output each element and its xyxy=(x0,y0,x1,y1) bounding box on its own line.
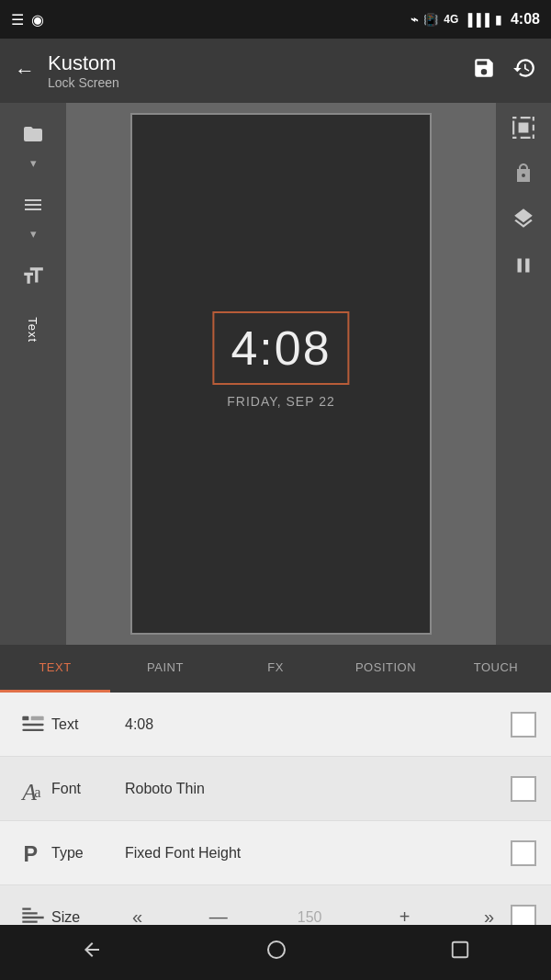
stack-layers-button[interactable] xyxy=(512,207,535,236)
svg-text:a: a xyxy=(34,783,41,801)
left-toolbar: ▾ ▾ Text xyxy=(0,103,66,645)
tab-position[interactable]: POSITION xyxy=(331,645,441,693)
tab-fx[interactable]: FX xyxy=(220,645,331,693)
screenshot-button[interactable] xyxy=(512,116,535,145)
font-property-row: Aa Font Roboto Thin xyxy=(0,757,551,821)
app-title-group: Kustom Lock Screen xyxy=(48,51,119,90)
top-bar-right xyxy=(472,56,536,85)
status-bar: ☰ ◉ ⌁ 📳 4G ▐▐▐ ▮ 4:08 xyxy=(0,0,551,39)
bottom-nav xyxy=(0,925,551,980)
svg-rect-1 xyxy=(31,715,44,720)
svg-rect-0 xyxy=(22,715,28,720)
tab-touch[interactable]: TOUCH xyxy=(441,645,551,693)
clock-time: 4:08 xyxy=(511,11,540,28)
folder-button[interactable] xyxy=(11,116,55,152)
font-value[interactable]: Roboto Thin xyxy=(125,781,511,797)
font-checkbox[interactable] xyxy=(511,776,536,802)
pause-button[interactable] xyxy=(512,253,535,284)
svg-text:P: P xyxy=(24,842,39,866)
nav-recents-button[interactable] xyxy=(450,940,470,965)
phone-mockup: 4:08 FRIDAY, SEP 22 xyxy=(130,113,432,635)
main-area: ▾ ▾ Text 4:08 FRIDAY, SEP 22 xyxy=(0,103,551,645)
font-label: Font xyxy=(51,781,125,797)
status-left-icons: ☰ ◉ xyxy=(11,11,44,28)
circle-icon: ◉ xyxy=(31,11,44,28)
text-value[interactable]: 4:08 xyxy=(125,716,511,733)
nav-home-button[interactable] xyxy=(265,939,287,966)
lock-button[interactable] xyxy=(512,162,534,190)
type-prop-icon: P xyxy=(15,840,51,866)
type-checkbox[interactable] xyxy=(511,840,536,866)
vibrate-icon: 📳 xyxy=(423,13,438,27)
text-prop-icon xyxy=(15,712,51,738)
status-right-icons: ⌁ 📳 4G ▐▐▐ ▮ 4:08 xyxy=(410,11,540,28)
type-label: Type xyxy=(51,845,125,862)
folder-chevron: ▾ xyxy=(30,156,37,170)
type-property-row: P Type Fixed Font Height xyxy=(0,821,551,885)
date-display: FRIDAY, SEP 22 xyxy=(227,394,335,409)
screen-subtitle: Lock Screen xyxy=(48,75,119,90)
text-checkbox[interactable] xyxy=(511,712,536,738)
battery-icon: ▮ xyxy=(495,13,501,27)
svg-point-7 xyxy=(268,941,285,958)
size-value: 150 xyxy=(287,909,332,926)
tab-paint[interactable]: PAINT xyxy=(110,645,220,693)
time-display: 4:08 xyxy=(212,311,349,385)
app-title: Kustom xyxy=(48,51,119,75)
preview-canvas: 4:08 FRIDAY, SEP 22 xyxy=(66,103,496,645)
text-label: Text xyxy=(51,716,125,733)
history-button[interactable] xyxy=(512,56,536,85)
back-button[interactable]: ← xyxy=(15,59,35,83)
font-prop-icon: Aa xyxy=(15,776,51,802)
nav-back-button[interactable] xyxy=(81,939,103,966)
signal-bars-icon: ▐▐▐ xyxy=(464,13,489,27)
layers-chevron: ▾ xyxy=(30,227,37,241)
top-bar: ← Kustom Lock Screen xyxy=(0,39,551,103)
tab-text[interactable]: TEXT xyxy=(0,645,110,693)
menu-icon: ☰ xyxy=(11,11,24,28)
text-property-row: Text 4:08 xyxy=(0,693,551,757)
svg-rect-3 xyxy=(22,728,43,730)
time-widget: 4:08 FRIDAY, SEP 22 xyxy=(212,311,349,409)
save-button[interactable] xyxy=(472,56,496,85)
text-label[interactable]: Text xyxy=(11,307,55,353)
right-toolbar xyxy=(496,103,551,645)
top-bar-left: ← Kustom Lock Screen xyxy=(15,51,119,90)
signal-4g-icon: 4G xyxy=(444,13,458,26)
text-vertical-label: Text xyxy=(27,317,40,343)
properties-panel: Text 4:08 Aa Font Roboto Thin P Type Fix… xyxy=(0,693,551,950)
size-label: Size xyxy=(51,909,125,926)
type-value[interactable]: Fixed Font Height xyxy=(125,845,511,862)
svg-rect-2 xyxy=(22,723,43,725)
tab-bar: TEXT PAINT FX POSITION TOUCH xyxy=(0,645,551,693)
bluetooth-icon: ⌁ xyxy=(410,12,418,27)
text-font-button[interactable] xyxy=(11,257,55,294)
svg-rect-8 xyxy=(452,942,467,958)
layers-button[interactable] xyxy=(11,186,55,223)
